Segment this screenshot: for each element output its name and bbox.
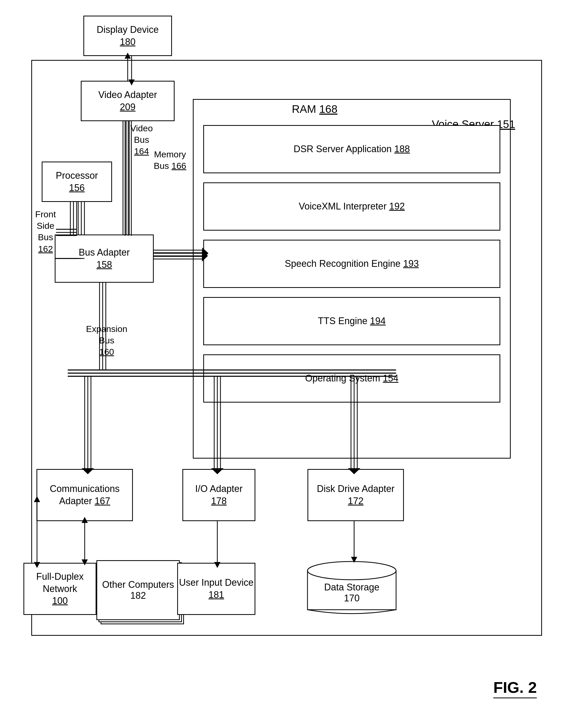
tts-engine-box: TTS Engine 194 [203, 297, 500, 345]
display-device-box: Display Device 180 [84, 16, 172, 56]
io-adapter-box: I/O Adapter 178 [183, 469, 255, 521]
data-storage-box: Data Storage 170 [302, 558, 401, 620]
expansion-bus-label: ExpansionBus160 [86, 323, 127, 358]
figure-label: FIG. 2 [493, 678, 537, 698]
svg-point-1 [308, 562, 396, 580]
processor-box: Processor 156 [42, 162, 112, 202]
ram-label: RAM 168 [292, 103, 337, 115]
memory-bus-label: MemoryBus 166 [154, 149, 186, 171]
video-adapter-box: Video Adapter 209 [81, 81, 174, 121]
bus-adapter-box: Bus Adapter 158 [55, 235, 154, 283]
voicexml-box: VoiceXML Interpreter 192 [203, 183, 500, 230]
user-input-box: User Input Device 181 [177, 563, 255, 615]
operating-system-box: Operating System 154 [203, 354, 500, 403]
speech-recognition-box: Speech Recognition Engine 193 [203, 240, 500, 288]
video-bus-label: VideoBus164 [130, 122, 153, 157]
disk-drive-adapter-box: Disk Drive Adapter 172 [308, 469, 404, 521]
front-side-bus-label: FrontSideBus162 [35, 208, 56, 255]
other-computers-page-front: Other Computers 182 [96, 560, 180, 620]
network-box: Full-Duplex Network 100 [23, 563, 96, 615]
comm-adapter-box: Communications Adapter 167 [37, 469, 133, 521]
dsr-server-box: DSR Server Application 188 [203, 125, 500, 173]
